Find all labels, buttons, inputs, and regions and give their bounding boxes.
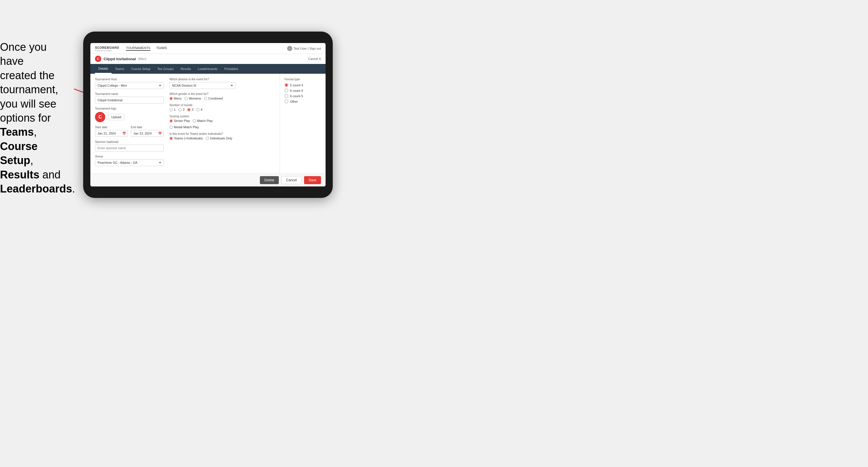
sponsor-group: Sponsor (optional) [95,140,164,152]
main-content: Tournament Host Clippd College - Men Tou… [90,74,326,174]
gender-radio-group: Mens Womens Combined [169,97,236,100]
venue-select[interactable]: Peachtree GC - Atlanta - GA [95,159,164,166]
gender-mens[interactable]: Mens [169,97,182,100]
format-6count5: 6 count 5 [284,94,321,98]
nav-tournaments[interactable]: TOURNAMENTS [126,46,150,51]
teams-group: Is this event for Teams and/or Individua… [169,132,236,140]
tournament-name: Clippd Invitational [103,57,136,61]
end-date-label: End date [131,126,164,129]
dates-row: Start date 📅 End date 📅 [95,126,164,140]
top-nav-links: TOURNAMENTS TEAMS [126,46,287,51]
gender-combined[interactable]: Combined [204,97,223,100]
rounds-3[interactable]: 3 [187,108,193,111]
scoring-group: Scoring system Stroke Play Match Play [169,115,236,129]
host-select[interactable]: Clippd College - Men [95,82,164,89]
logo-group: Tournament logo C Upload [95,107,164,122]
tab-tee-groups[interactable]: Tee Groups [154,64,177,74]
calendar-icon-end: 📅 [158,132,162,135]
rounds-2[interactable]: 2 [179,108,184,111]
tournament-name-input[interactable] [95,97,164,103]
rounds-label: Number of rounds [169,103,236,107]
rounds-radio-group: 1 2 3 [169,108,236,111]
division-select[interactable]: NCAA Division III [169,82,236,89]
tournament-title-area: C Clippd Invitational (Men) [95,56,146,62]
format-other-radio[interactable] [284,99,288,103]
instruction-text: Once you have created the tournament, yo… [0,40,69,196]
rounds-4[interactable]: 4 [196,108,202,111]
format-other: Other [284,99,321,103]
form-area: Tournament Host Clippd College - Men Tou… [90,74,280,174]
upload-button[interactable]: Upload [108,114,124,120]
top-navigation: SCOREBOARD Powered by clippd TOURNAMENTS… [90,43,326,54]
delete-button[interactable]: Delete [260,176,279,184]
start-date-group: Start date 📅 [95,126,128,137]
teams-plus-individuals[interactable]: Teams (+Individuals) [169,136,203,140]
host-label: Tournament Host [95,78,164,81]
tournament-name-group: Tournament name [95,92,164,103]
form-footer: Delete Cancel Save [90,174,326,186]
rounds-1[interactable]: 1 [169,108,176,111]
logo-label: Tournament logo [95,107,164,110]
division-group: Which division is the event for? NCAA Di… [169,78,236,89]
venue-label: Venue [95,155,164,158]
format-panel: Format type 5 count 4 6 count 4 6 count … [280,74,326,174]
rounds-group: Number of rounds 1 2 [169,103,236,111]
tablet-screen: SCOREBOARD Powered by clippd TOURNAMENTS… [90,43,326,186]
teams-label: Is this event for Teams and/or Individua… [169,132,236,135]
tournament-badge: (Men) [138,57,147,61]
logo-area: SCOREBOARD Powered by clippd [95,45,119,52]
host-group: Tournament Host Clippd College - Men [95,78,164,89]
scoring-match[interactable]: Match Play [193,119,213,123]
nav-teams[interactable]: TEAMS [156,46,167,51]
tournament-name-label: Tournament name [95,92,164,96]
cancel-link[interactable]: Cancel X [308,57,321,61]
logo-upload-area: C Upload [95,112,164,122]
division-label: Which division is the event for? [169,78,236,81]
calendar-icon: 📅 [122,132,126,135]
tabs-bar: Details Teams Course Setup Tee Groups Re… [90,64,326,74]
left-column: Tournament Host Clippd College - Men Tou… [95,78,164,169]
cancel-button[interactable]: Cancel [281,176,302,184]
tab-leaderboards[interactable]: Leaderboards [194,64,221,74]
individuals-only[interactable]: Individuals Only [206,136,232,140]
scoring-label: Scoring system [169,115,236,118]
format-5count4-radio[interactable] [284,83,288,87]
gender-label: Which gender is the event for? [169,92,236,96]
scoring-stroke[interactable]: Stroke Play [169,119,190,123]
tab-teams[interactable]: Teams [112,64,128,74]
format-5count4: 5 count 4 [284,83,321,87]
tablet-device: SCOREBOARD Powered by clippd TOURNAMENTS… [83,32,333,198]
sponsor-label: Sponsor (optional) [95,140,164,144]
start-date-wrapper: 📅 [95,130,128,137]
user-nav: U Test User | Sign out [287,46,321,51]
save-button[interactable]: Save [304,176,321,184]
tournament-header: C Clippd Invitational (Men) Cancel X [90,54,326,64]
start-date-label: Start date [95,126,128,129]
tab-course-setup[interactable]: Course Setup [128,64,154,74]
form-columns: Tournament Host Clippd College - Men Tou… [95,78,275,169]
teams-radio-group: Teams (+Individuals) Individuals Only [169,136,236,140]
tab-details[interactable]: Details [95,64,112,74]
end-date-group: End date 📅 [131,126,164,137]
sponsor-input[interactable] [95,145,164,152]
logo-main: SCOREBOARD [95,46,119,49]
format-6count4-radio[interactable] [284,89,288,92]
scoring-medal[interactable]: Medal Match Play [169,125,199,129]
gender-womens[interactable]: Womens [184,97,201,100]
logo-sub: Powered by clippd [95,50,119,52]
logo-circle: C [95,112,105,122]
end-date-wrapper: 📅 [131,130,164,137]
gender-group: Which gender is the event for? Mens Wome… [169,92,236,100]
tab-results[interactable]: Results [177,64,194,74]
user-sign-out[interactable]: Test User | Sign out [293,47,321,50]
format-title: Format type [284,78,321,81]
format-6count4: 6 count 4 [284,89,321,92]
user-avatar: U [287,46,292,51]
middle-column: Which division is the event for? NCAA Di… [169,78,236,169]
tournament-icon: C [95,56,101,62]
format-6count5-radio[interactable] [284,94,288,98]
scoring-radio-group: Stroke Play Match Play Medal Match Play [169,119,236,129]
tab-printables[interactable]: Printables [221,64,242,74]
venue-group: Venue Peachtree GC - Atlanta - GA [95,155,164,166]
